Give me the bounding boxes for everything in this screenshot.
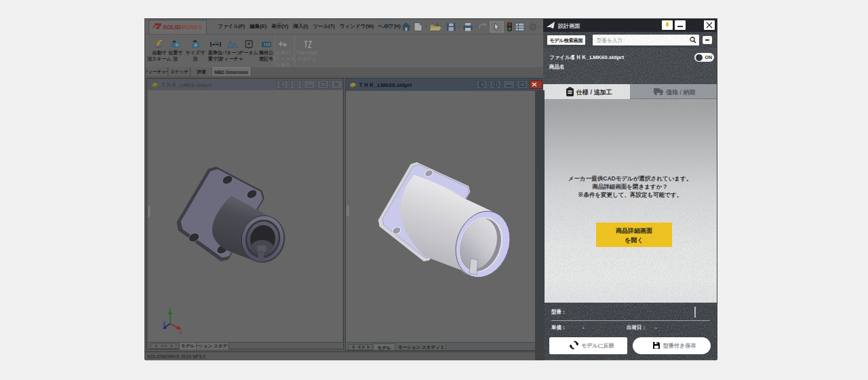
svg-text:SOLID: SOLID <box>163 24 180 31</box>
svg-text:X: X <box>179 330 182 335</box>
svg-text:WORKS: WORKS <box>180 24 202 31</box>
svg-text:Z: Z <box>163 321 166 326</box>
svg-text:Y: Y <box>168 307 172 312</box>
